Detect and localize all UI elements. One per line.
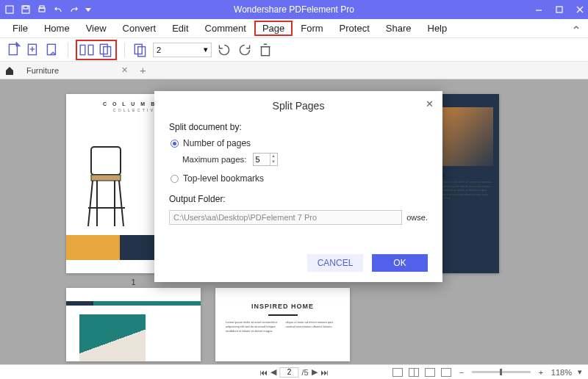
split-by-label: Split document by:: [169, 122, 428, 132]
spinner-buttons[interactable]: ▲▼: [270, 154, 277, 165]
menu-file[interactable]: File: [4, 21, 36, 36]
dialog-close-icon[interactable]: ✕: [426, 98, 434, 109]
thumb-photo-icon: [79, 314, 146, 361]
undo-icon[interactable]: [53, 4, 63, 15]
thumb-heading: INSPIRED HOME: [226, 303, 340, 310]
zoom-slider[interactable]: [472, 371, 531, 373]
dialog-title: Split Pages: [169, 100, 428, 112]
zoom-in-icon[interactable]: +: [537, 368, 545, 377]
svg-rect-15: [262, 46, 270, 55]
page-thumbnail-4[interactable]: [66, 288, 201, 361]
svg-rect-17: [91, 175, 121, 181]
titlebar-left-icons: [0, 4, 91, 15]
delete-page-icon[interactable]: [257, 42, 273, 58]
insert-blank-icon[interactable]: [25, 42, 41, 58]
menu-convert[interactable]: Convert: [115, 21, 165, 36]
zoom-slider-thumb[interactable]: [500, 369, 502, 375]
svg-rect-16: [91, 147, 121, 175]
output-folder-label: Output Folder:: [169, 194, 428, 204]
zoom-dropdown-icon[interactable]: ▾: [578, 367, 582, 377]
titlebar: Wondershare PDFelement Pro: [0, 0, 588, 19]
single-page-view-icon[interactable]: [392, 368, 403, 377]
page-thumbnail-5[interactable]: INSPIRED HOME Lorem ipsum dolor sit amet…: [215, 288, 350, 361]
output-folder-row: owse.: [169, 210, 428, 225]
radio-icon: [171, 175, 179, 183]
first-page-icon[interactable]: ⏮: [259, 368, 268, 377]
insert-from-file-icon[interactable]: [44, 42, 60, 58]
current-page-input[interactable]: [279, 367, 298, 378]
svg-rect-9: [80, 45, 85, 54]
menu-comment[interactable]: Comment: [197, 21, 254, 36]
menu-help[interactable]: Help: [420, 21, 456, 36]
print-icon[interactable]: [37, 4, 47, 15]
next-page-icon[interactable]: ▶: [312, 367, 318, 377]
close-icon[interactable]: [575, 4, 585, 15]
svg-rect-5: [556, 7, 562, 12]
menu-share[interactable]: Share: [378, 21, 420, 36]
more-dropdown-icon[interactable]: [85, 8, 91, 12]
zoom-level: 118%: [551, 368, 572, 377]
thumb-number: 1: [131, 278, 135, 286]
minimize-icon[interactable]: [534, 4, 544, 15]
redo-icon[interactable]: [69, 4, 79, 15]
radio-label: Top-level bookmarks: [183, 173, 264, 184]
page-range-value: 2: [157, 46, 161, 54]
window-title: Wondershare PDFelement Pro: [234, 4, 354, 15]
save-icon[interactable]: [21, 4, 31, 15]
max-pages-spinner[interactable]: ▲▼: [253, 153, 278, 166]
dialog-footer: CANCEL OK: [307, 254, 428, 272]
tab-close-icon[interactable]: ✕: [121, 65, 128, 75]
radio-top-level-bookmarks[interactable]: Top-level bookmarks: [171, 173, 428, 184]
thumbnail-view-icon[interactable]: [441, 368, 451, 377]
add-tab-icon[interactable]: +: [140, 64, 146, 76]
menu-edit[interactable]: Edit: [164, 21, 196, 36]
split-pages-icon[interactable]: [79, 42, 95, 58]
window-controls: [534, 4, 585, 15]
continuous-view-icon[interactable]: [425, 368, 435, 377]
thumb-right-col: IO Lorem ipsum dolor sit amet consectetu…: [436, 94, 499, 273]
zoom-out-icon[interactable]: −: [457, 368, 466, 377]
thumb-photo-icon: [440, 107, 493, 166]
radio-number-of-pages[interactable]: Number of pages: [171, 138, 428, 148]
document-tab[interactable]: Furniture ✕: [22, 65, 132, 75]
last-page-icon[interactable]: ⏭: [320, 368, 329, 377]
menu-form[interactable]: Form: [293, 21, 331, 36]
document-tabbar: Furniture ✕ +: [0, 62, 588, 79]
split-pages-dialog: Split Pages ✕ Split document by: Number …: [154, 91, 442, 282]
menu-protect[interactable]: Protect: [331, 21, 378, 36]
home-icon[interactable]: [4, 65, 15, 76]
menubar: File Home View Convert Edit Comment Page…: [0, 19, 588, 38]
ok-button[interactable]: OK: [372, 254, 428, 272]
two-page-view-icon[interactable]: [409, 368, 419, 377]
cancel-button[interactable]: CANCEL: [307, 254, 363, 272]
thumb-divider: [268, 314, 298, 316]
tab-label: Furniture: [26, 66, 59, 75]
browse-button[interactable]: owse.: [406, 213, 428, 222]
collapse-ribbon-icon[interactable]: [572, 22, 581, 35]
toolbar-group-insert: [6, 42, 60, 58]
thumb-heading: IO: [440, 173, 495, 178]
page-navigator: ⏮ ◀ /5 ▶ ⏭: [259, 367, 328, 378]
page-range-select[interactable]: 2 ▾: [153, 43, 212, 57]
menu-page[interactable]: Page: [254, 21, 293, 36]
page-toolbar: 2 ▾: [0, 38, 588, 62]
insert-page-icon[interactable]: [6, 42, 22, 58]
thumb-body-text: Lorem ipsum dolor sit amet consectetur a…: [440, 180, 495, 201]
replace-page-icon[interactable]: [132, 42, 148, 58]
svg-rect-2: [24, 6, 28, 9]
rotate-left-icon[interactable]: [216, 42, 232, 58]
maximize-icon[interactable]: [554, 4, 564, 15]
menu-view[interactable]: View: [78, 21, 115, 36]
extract-pages-icon[interactable]: [98, 42, 114, 58]
output-folder-input[interactable]: [169, 210, 402, 225]
thumb-body-text: Lorem ipsum dolor sit amet consectetur a…: [226, 320, 340, 333]
status-right-group: − + 118% ▾: [392, 367, 582, 377]
rotate-right-icon[interactable]: [237, 42, 253, 58]
statusbar: ⏮ ◀ /5 ▶ ⏭ − + 118% ▾: [0, 364, 588, 379]
prev-page-icon[interactable]: ◀: [270, 367, 276, 377]
max-pages-input[interactable]: [254, 155, 270, 164]
thumb-color-bar: [66, 301, 201, 306]
svg-rect-3: [39, 8, 45, 12]
menu-home[interactable]: Home: [36, 21, 78, 36]
svg-rect-0: [6, 6, 13, 13]
